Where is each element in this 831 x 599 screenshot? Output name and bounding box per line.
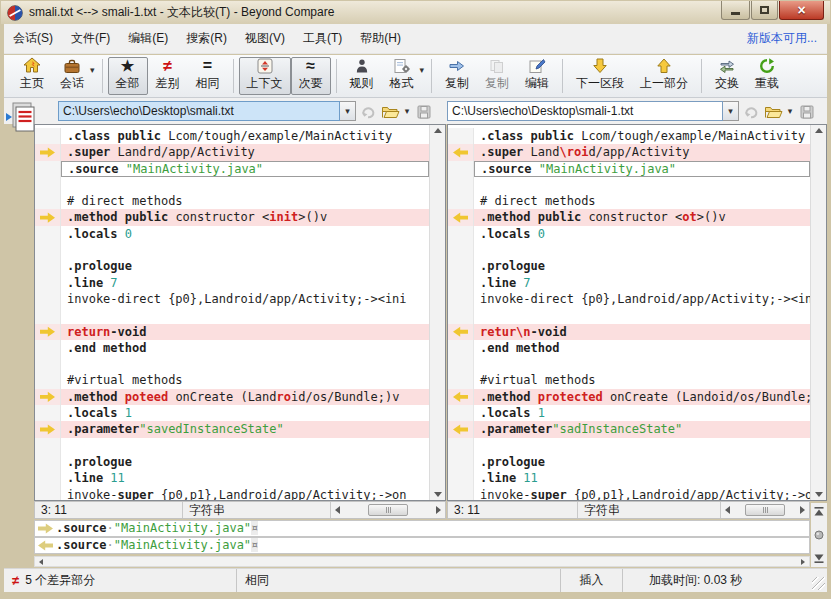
copy-section-left-icon[interactable]	[453, 424, 468, 435]
copy-section-right-icon[interactable]	[40, 424, 55, 435]
show-same-button[interactable]: =相同	[188, 57, 228, 95]
menu-item[interactable]: 编辑(E)	[119, 26, 177, 51]
code-line[interactable]	[35, 307, 429, 323]
code-line[interactable]: .super Land\roid/app/Activity	[448, 144, 810, 160]
scroll-down-icon[interactable]	[434, 492, 442, 497]
right-open-folder-icon[interactable]	[763, 102, 783, 122]
update-available-link[interactable]: 新版本可用...	[747, 30, 817, 47]
left-file-path-input[interactable]: C:\Users\echo\Desktop\smali.txt	[58, 101, 340, 121]
left-open-folder-icon[interactable]	[380, 102, 400, 122]
menu-item[interactable]: 会话(S)	[4, 26, 62, 51]
copy-section-left-icon[interactable]	[453, 391, 468, 402]
scroll-right-icon[interactable]	[436, 506, 441, 514]
resize-grip[interactable]	[812, 577, 825, 590]
code-line[interactable]: return-void	[35, 324, 429, 340]
scroll-right-icon[interactable]	[800, 506, 805, 514]
scrollbar-thumb[interactable]	[368, 504, 408, 516]
right-code-pane[interactable]: .class public Lcom/tough/example/MainAct…	[447, 124, 827, 501]
right-save-icon[interactable]	[797, 102, 817, 122]
home-button[interactable]: 主页	[12, 57, 52, 95]
code-line[interactable]: .prologue	[35, 454, 429, 470]
dropdown-caret-icon[interactable]: ▾	[90, 65, 95, 75]
code-line[interactable]: .method public constructor <ot>()v	[448, 209, 810, 225]
left-vertical-scrollbar[interactable]	[429, 125, 445, 500]
show-all-button[interactable]: ★全部	[108, 57, 148, 95]
code-line[interactable]	[35, 356, 429, 372]
edit-button[interactable]: 编辑	[517, 57, 557, 95]
right-folder-dropdown-icon[interactable]: ▾	[784, 104, 796, 118]
menu-item[interactable]: 搜索(R)	[177, 26, 236, 51]
next-section-button[interactable]: 下一区段	[568, 57, 632, 95]
right-file-path-input[interactable]: C:\Users\echo\Desktop\smali-1.txt	[447, 101, 723, 121]
code-line[interactable]	[448, 242, 810, 258]
format-button[interactable]: 格式	[382, 57, 422, 95]
rules-button[interactable]: 规则	[342, 57, 382, 95]
code-line[interactable]: #virtual methods	[35, 372, 429, 388]
code-line[interactable]: .locals 0	[448, 226, 810, 242]
detail-horizontal-scrollbar[interactable]	[34, 556, 810, 567]
right-vertical-scrollbar[interactable]	[810, 125, 826, 500]
code-line[interactable]: .prologue	[35, 258, 429, 274]
copy-button[interactable]: 复制	[437, 57, 477, 95]
code-line[interactable]: .method public constructor <init>()v	[35, 209, 429, 225]
left-folder-dropdown-icon[interactable]: ▾	[401, 104, 413, 118]
code-line[interactable]: .super Landrd/app/Activity	[35, 144, 429, 160]
minor-button[interactable]: ≈次要	[291, 57, 331, 95]
swap-button[interactable]: 交换	[707, 57, 747, 95]
code-line[interactable]: invoke-super {p0,p1},Landroid/app/Activi…	[35, 487, 429, 500]
code-line[interactable]: .locals 0	[35, 226, 429, 242]
scroll-left-icon[interactable]	[39, 559, 43, 565]
session-button[interactable]: 会话	[52, 57, 92, 95]
code-line[interactable]: retur\n-void	[448, 324, 810, 340]
code-line[interactable]: .prologue	[448, 454, 810, 470]
code-line[interactable]: .method poteed onCreate (Landroid/os/Bun…	[35, 389, 429, 405]
copy-section-left-icon[interactable]	[453, 326, 468, 337]
left-code-pane[interactable]: .class public Lcom/tough/example/MainAct…	[34, 124, 446, 501]
first-difference-button[interactable]	[812, 505, 826, 519]
show-differences-button[interactable]: ≠差别	[148, 57, 188, 95]
code-line[interactable]: .line 7	[35, 275, 429, 291]
dropdown-caret-icon[interactable]: ▾	[420, 65, 425, 75]
copy-section-right-icon[interactable]	[40, 391, 55, 402]
code-line[interactable]: invoke-direct {p0},Landroid/app/Activity…	[35, 291, 429, 307]
scroll-up-icon[interactable]	[815, 128, 823, 133]
code-line[interactable]: invoke-direct {p0},Landroid/app/Activity…	[448, 291, 810, 307]
code-line[interactable]: .locals 1	[35, 405, 429, 421]
scroll-up-icon[interactable]	[434, 128, 442, 133]
code-line[interactable]: .end method	[448, 340, 810, 356]
code-line[interactable]: invoke-super {p0,p1},Landroid/app/Activi…	[448, 487, 810, 500]
code-line[interactable]: .parameter"sadInstanceState"	[448, 421, 810, 437]
minimize-button[interactable]	[721, 1, 750, 20]
code-line[interactable]: .method protected onCreate (Landoid/os/B…	[448, 389, 810, 405]
left-path-dropdown-button[interactable]: ▾	[340, 101, 356, 121]
code-line[interactable]: .source "MainActivity.java"	[448, 161, 810, 177]
code-line[interactable]: .class public Lcom/tough/example/MainAct…	[35, 128, 429, 144]
reload-button[interactable]: 重载	[747, 57, 787, 95]
code-line[interactable]	[448, 177, 810, 193]
copy-disabled-button[interactable]: 复制	[477, 57, 517, 95]
code-line[interactable]: .parameter"savedInstanceState"	[35, 421, 429, 437]
code-line[interactable]: .line 11	[448, 470, 810, 486]
code-line[interactable]	[35, 438, 429, 454]
code-line[interactable]: .class public Lcom/tough/example/MainAct…	[448, 128, 810, 144]
code-line[interactable]: # direct methods	[448, 193, 810, 209]
prev-part-button[interactable]: 上一部分	[632, 57, 696, 95]
right-horizontal-scrollbar[interactable]	[721, 502, 809, 518]
context-button[interactable]: 上下文	[239, 57, 291, 95]
code-line[interactable]	[448, 307, 810, 323]
menu-item[interactable]: 文件(F)	[62, 26, 119, 51]
menu-item[interactable]: 视图(V)	[236, 26, 294, 51]
code-line[interactable]	[448, 356, 810, 372]
code-line[interactable]: # direct methods	[35, 193, 429, 209]
code-line[interactable]	[35, 242, 429, 258]
left-horizontal-scrollbar[interactable]	[331, 502, 445, 518]
code-line[interactable]: .line 11	[35, 470, 429, 486]
copy-section-left-icon[interactable]	[453, 147, 468, 158]
last-difference-button[interactable]	[812, 551, 826, 565]
code-line[interactable]	[35, 177, 429, 193]
left-refresh-icon[interactable]	[358, 102, 378, 122]
scrollbar-thumb[interactable]	[745, 504, 785, 516]
close-button[interactable]: ×	[779, 1, 824, 20]
code-line[interactable]: #virtual methods	[448, 372, 810, 388]
left-save-icon[interactable]	[414, 102, 434, 122]
